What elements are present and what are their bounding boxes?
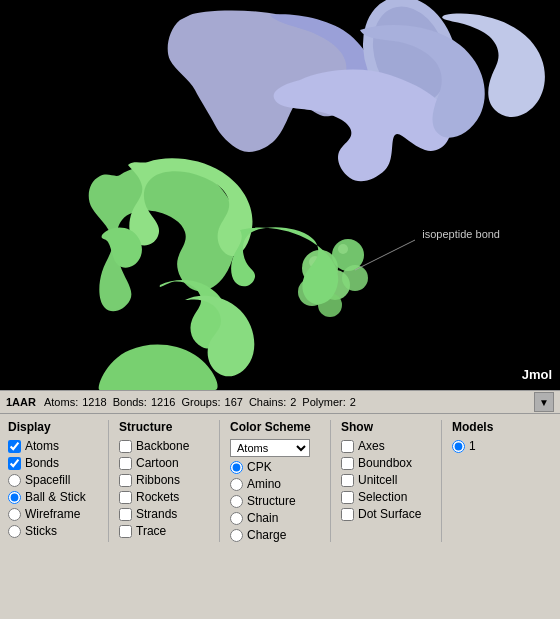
ball-stick-label: Ball & Stick (25, 490, 86, 504)
cpk-label: CPK (247, 460, 272, 474)
divider-1 (108, 420, 109, 542)
backbone-checkbox-row: Backbone (119, 439, 209, 453)
axes-label: Axes (358, 439, 385, 453)
display-panel: Display Atoms Bonds Spacefill Ball & Sti… (8, 420, 98, 542)
strands-checkbox[interactable] (119, 508, 132, 521)
models-panel: Models 1 (452, 420, 502, 542)
show-panel: Show Axes Boundbox Unitcell Selection Do… (341, 420, 431, 542)
ribbons-checkbox-row: Ribbons (119, 473, 209, 487)
amino-radio[interactable] (230, 478, 243, 491)
divider-3 (330, 420, 331, 542)
axes-checkbox-row: Axes (341, 439, 431, 453)
chain-radio[interactable] (230, 512, 243, 525)
svg-point-10 (338, 244, 348, 254)
divider-4 (441, 420, 442, 542)
sticks-radio[interactable] (8, 525, 21, 538)
polymer-label: Polymer: (302, 396, 345, 408)
cpk-radio[interactable] (230, 461, 243, 474)
display-title: Display (8, 420, 98, 434)
selection-checkbox-row: Selection (341, 490, 431, 504)
structure-panel: Structure Backbone Cartoon Ribbons Rocke… (119, 420, 209, 542)
status-icon-button[interactable]: ▼ (534, 392, 554, 412)
amino-label: Amino (247, 477, 281, 491)
status-bar: 1AAR Atoms: 1218 Bonds: 1216 Groups: 167… (0, 390, 560, 414)
sticks-radio-row: Sticks (8, 524, 98, 538)
unitcell-label: Unitcell (358, 473, 397, 487)
dot-surface-checkbox[interactable] (341, 508, 354, 521)
rockets-label: Rockets (136, 490, 179, 504)
show-title: Show (341, 420, 431, 434)
color-scheme-panel: Color Scheme Atoms CPK Amino Structure C… (230, 420, 320, 542)
spacefill-radio[interactable] (8, 474, 21, 487)
boundbox-label: Boundbox (358, 456, 412, 470)
model1-label: 1 (469, 439, 476, 453)
structure-title: Structure (119, 420, 209, 434)
spacefill-radio-row: Spacefill (8, 473, 98, 487)
isopeptide-label: isopeptide bond (422, 228, 500, 240)
atoms-label: Atoms: (44, 396, 78, 408)
bonds-checkbox-row: Bonds (8, 456, 98, 470)
selection-checkbox[interactable] (341, 491, 354, 504)
bonds-value: 1216 (151, 396, 175, 408)
divider-2 (219, 420, 220, 542)
backbone-label: Backbone (136, 439, 189, 453)
trace-checkbox-row: Trace (119, 524, 209, 538)
polymer-value: 2 (350, 396, 356, 408)
cartoon-label: Cartoon (136, 456, 179, 470)
unitcell-checkbox[interactable] (341, 474, 354, 487)
axes-checkbox[interactable] (341, 440, 354, 453)
charge-radio[interactable] (230, 529, 243, 542)
structure-radio-row: Structure (230, 494, 320, 508)
dot-surface-label: Dot Surface (358, 507, 421, 521)
structure-radio[interactable] (230, 495, 243, 508)
amino-radio-row: Amino (230, 477, 320, 491)
ball-stick-radio-row: Ball & Stick (8, 490, 98, 504)
jmol-label: Jmol (522, 367, 552, 382)
sticks-label: Sticks (25, 524, 57, 538)
strands-checkbox-row: Strands (119, 507, 209, 521)
wireframe-radio[interactable] (8, 508, 21, 521)
wireframe-label: Wireframe (25, 507, 80, 521)
atoms-label-text: Atoms (25, 439, 59, 453)
atoms-checkbox-row: Atoms (8, 439, 98, 453)
dot-surface-checkbox-row: Dot Surface (341, 507, 431, 521)
pdb-id: 1AAR (6, 396, 36, 408)
bonds-label: Bonds: (113, 396, 147, 408)
atoms-value: 1218 (82, 396, 106, 408)
charge-label: Charge (247, 528, 286, 542)
bonds-checkbox[interactable] (8, 457, 21, 470)
selection-label: Selection (358, 490, 407, 504)
boundbox-checkbox-row: Boundbox (341, 456, 431, 470)
trace-checkbox[interactable] (119, 525, 132, 538)
color-scheme-title: Color Scheme (230, 420, 320, 434)
groups-value: 167 (225, 396, 243, 408)
spacefill-label: Spacefill (25, 473, 70, 487)
models-title: Models (452, 420, 502, 434)
cpk-radio-row: CPK (230, 460, 320, 474)
ball-stick-radio[interactable] (8, 491, 21, 504)
cartoon-checkbox[interactable] (119, 457, 132, 470)
strands-label: Strands (136, 507, 177, 521)
chain-radio-row: Chain (230, 511, 320, 525)
chains-label: Chains: (249, 396, 286, 408)
ribbons-checkbox[interactable] (119, 474, 132, 487)
chains-value: 2 (290, 396, 296, 408)
model1-radio[interactable] (452, 440, 465, 453)
rockets-checkbox[interactable] (119, 491, 132, 504)
wireframe-radio-row: Wireframe (8, 507, 98, 521)
boundbox-checkbox[interactable] (341, 457, 354, 470)
molecular-viewer[interactable]: isopeptide bond Jmol (0, 0, 560, 390)
bonds-label-text: Bonds (25, 456, 59, 470)
svg-point-7 (342, 265, 368, 291)
color-scheme-dropdown[interactable]: Atoms CPK Amino Structure Chain Charge (230, 439, 310, 457)
atoms-checkbox[interactable] (8, 440, 21, 453)
backbone-checkbox[interactable] (119, 440, 132, 453)
charge-radio-row: Charge (230, 528, 320, 542)
ribbons-label: Ribbons (136, 473, 180, 487)
structure-label: Structure (247, 494, 296, 508)
model1-radio-row: 1 (452, 439, 502, 453)
groups-label: Groups: (181, 396, 220, 408)
trace-label: Trace (136, 524, 166, 538)
cartoon-checkbox-row: Cartoon (119, 456, 209, 470)
unitcell-checkbox-row: Unitcell (341, 473, 431, 487)
